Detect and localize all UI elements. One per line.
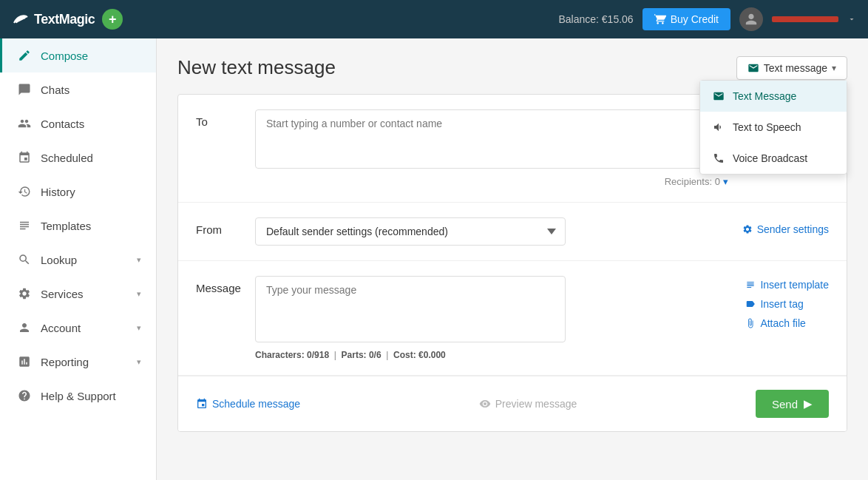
sidebar-item-compose[interactable]: Compose xyxy=(0,38,156,72)
user-name-bar xyxy=(772,16,838,22)
send-arrow: ▶ xyxy=(804,397,813,410)
form-footer: Schedule message Preview message Send ▶ xyxy=(178,376,847,431)
sidebar-item-help-label: Help & Support xyxy=(41,390,116,402)
from-select[interactable]: Default sender settings (recommended) xyxy=(255,217,566,246)
schedule-icon xyxy=(196,398,208,410)
sidebar-item-services-label: Services xyxy=(41,288,84,300)
header: TextMagic + Balance: €15.06 Buy Credit xyxy=(0,0,868,38)
templates-icon xyxy=(17,218,32,233)
from-input-wrap: Default sender settings (recommended) xyxy=(255,217,728,246)
sidebar-item-services[interactable]: Services ▾ xyxy=(0,277,156,311)
send-button[interactable]: Send ▶ xyxy=(756,390,829,418)
sidebar-item-reporting-label: Reporting xyxy=(41,356,89,368)
cost-value: €0.000 xyxy=(418,350,446,360)
dropdown-item-voice-broadcast[interactable]: Voice Broadcast xyxy=(700,143,847,174)
char-count: Characters: 0/918 | Parts: 0/6 | Cost: €… xyxy=(255,350,730,360)
message-input[interactable] xyxy=(255,276,566,342)
dropdown-item-text-to-speech[interactable]: Text to Speech xyxy=(700,112,847,143)
from-label: From xyxy=(196,217,255,236)
message-actions: Insert template Insert tag Attach file xyxy=(745,276,829,329)
message-label: Message xyxy=(196,276,255,294)
from-row: From Default sender settings (recommende… xyxy=(178,203,847,261)
buy-credit-button[interactable]: Buy Credit xyxy=(642,8,730,30)
services-arrow-icon: ▾ xyxy=(137,289,141,299)
dropdown-text-message-label: Text Message xyxy=(733,90,796,102)
contacts-icon xyxy=(17,116,32,131)
message-type-label: Text message xyxy=(764,62,827,74)
sidebar-item-contacts-label: Contacts xyxy=(41,118,84,130)
insert-tag-link[interactable]: Insert tag xyxy=(745,298,829,310)
logo-signal-icon xyxy=(12,10,30,28)
account-icon xyxy=(17,320,32,335)
chevron-down-icon xyxy=(847,15,856,24)
sidebar-item-chats-label: Chats xyxy=(41,84,69,96)
to-input-wrap: Recipients: 0 ▾ xyxy=(255,109,728,187)
parts-value: 0/6 xyxy=(369,350,382,360)
reporting-arrow-icon: ▾ xyxy=(137,357,141,367)
account-arrow-icon: ▾ xyxy=(137,323,141,333)
services-icon xyxy=(17,286,32,301)
add-button[interactable]: + xyxy=(102,9,123,30)
user-icon xyxy=(745,13,758,26)
sidebar-item-templates-label: Templates xyxy=(41,220,91,232)
preview-label: Preview message xyxy=(495,398,577,410)
sidebar-item-scheduled[interactable]: Scheduled xyxy=(0,141,156,175)
preview-link: Preview message xyxy=(479,398,577,410)
dropdown-item-text-message[interactable]: Text Message xyxy=(700,81,847,112)
text-message-icon xyxy=(712,89,725,103)
sidebar-item-scheduled-label: Scheduled xyxy=(41,152,93,164)
sidebar-item-account[interactable]: Account ▾ xyxy=(0,311,156,345)
balance-text: Balance: €15.06 xyxy=(558,13,633,25)
layout: Compose Chats Contacts Scheduled History xyxy=(0,38,868,480)
sidebar-item-history-label: History xyxy=(41,186,75,198)
history-icon xyxy=(17,184,32,199)
schedule-link[interactable]: Schedule message xyxy=(196,398,300,410)
header-right: Balance: €15.06 Buy Credit xyxy=(558,7,856,31)
chevron-down-icon: ▾ xyxy=(832,63,836,73)
schedule-label: Schedule message xyxy=(212,398,300,410)
sidebar: Compose Chats Contacts Scheduled History xyxy=(0,38,157,480)
lookup-arrow-icon: ▾ xyxy=(137,255,141,265)
message-type-selector: Text message ▾ xyxy=(736,56,847,80)
text-to-speech-icon xyxy=(712,121,725,134)
sidebar-item-account-label: Account xyxy=(41,322,81,334)
from-actions: Sender settings xyxy=(742,217,829,235)
message-type-button[interactable]: Text message ▾ xyxy=(736,56,847,80)
dropdown-text-to-speech-label: Text to Speech xyxy=(733,121,801,133)
attach-icon xyxy=(745,318,756,328)
sidebar-item-history[interactable]: History xyxy=(0,175,156,209)
to-label: To xyxy=(196,109,255,128)
sender-settings-link[interactable]: Sender settings xyxy=(742,223,829,235)
send-label: Send xyxy=(772,398,798,410)
recipients-dropdown[interactable]: ▾ xyxy=(723,176,728,187)
logo-text: TextMagic xyxy=(12,10,95,28)
reporting-icon xyxy=(17,354,32,369)
sidebar-item-reporting[interactable]: Reporting ▾ xyxy=(0,345,156,379)
sidebar-item-lookup[interactable]: Lookup ▾ xyxy=(0,243,156,277)
sidebar-item-chats[interactable]: Chats xyxy=(0,72,156,107)
help-icon xyxy=(17,388,32,403)
to-input[interactable] xyxy=(255,109,728,169)
sidebar-item-contacts[interactable]: Contacts xyxy=(0,107,156,141)
preview-icon xyxy=(479,398,491,410)
cart-icon xyxy=(654,13,666,25)
sidebar-item-templates[interactable]: Templates xyxy=(0,209,156,243)
voice-broadcast-icon xyxy=(712,152,725,165)
lookup-icon xyxy=(17,252,32,267)
insert-template-link[interactable]: Insert template xyxy=(745,279,829,291)
dropdown-voice-broadcast-label: Voice Broadcast xyxy=(733,152,807,164)
chats-icon xyxy=(17,82,32,97)
message-type-dropdown: Text Message Text to Speech Voice Broadc… xyxy=(699,80,847,175)
sender-settings-label: Sender settings xyxy=(757,223,829,235)
user-avatar[interactable] xyxy=(739,7,763,31)
sidebar-item-lookup-label: Lookup xyxy=(41,254,77,266)
settings-icon xyxy=(742,224,753,234)
envelope-icon xyxy=(747,62,759,74)
header-left: TextMagic + xyxy=(12,9,123,30)
message-row: Message Characters: 0/918 | Parts: 0/6 |… xyxy=(178,261,847,376)
attach-file-link[interactable]: Attach file xyxy=(745,317,829,329)
compose-icon xyxy=(17,48,32,63)
buy-credit-label: Buy Credit xyxy=(671,13,719,25)
sidebar-item-help[interactable]: Help & Support xyxy=(0,379,156,413)
template-icon xyxy=(745,280,756,290)
